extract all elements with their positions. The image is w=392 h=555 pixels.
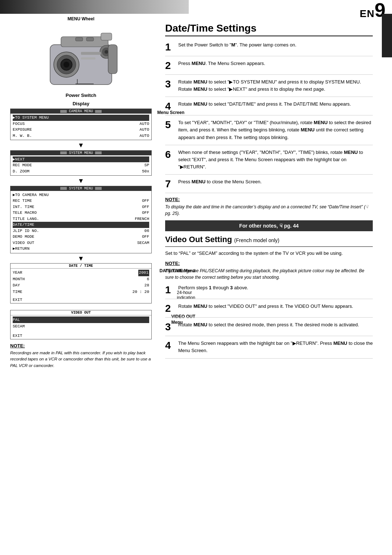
sys2-row-8: VIDEO OUTSECAM bbox=[13, 240, 149, 246]
step-6: 6 When none of these settings ("YEAR", "… bbox=[165, 149, 373, 175]
camera-menu-row-3: M. W. B.AUTO bbox=[13, 133, 149, 139]
camera-menu-box: CAMERA MENU ▶TO SYSTEM MENU FOCUSAUTO EX… bbox=[10, 109, 152, 140]
camera-svg-wrap bbox=[10, 23, 152, 92]
vstep-1: 1 Perform steps 1 through 3 above. bbox=[165, 284, 373, 299]
datetime-box-title: DATE / TIME bbox=[11, 264, 151, 269]
svg-point-4 bbox=[64, 62, 69, 68]
vout-row-pal: PAL bbox=[13, 317, 149, 323]
step-6-text: When none of these settings ("YEAR", "MO… bbox=[178, 149, 373, 171]
videoout-menu-wrapper: VIDEO OUT PAL SECAM EXIT VIDEO OUTMenu bbox=[10, 310, 152, 339]
videoout-menu-box: VIDEO OUT PAL SECAM EXIT bbox=[10, 310, 152, 339]
left-note-section: NOTE: Recordings are made in PAL with th… bbox=[10, 343, 152, 369]
step-2: 2 Press MENU. The Menu Screen appears. bbox=[165, 60, 373, 75]
right-note-box-2: NOTE: If you change the PAL/SECAM settin… bbox=[165, 261, 373, 281]
title-bar-right-3 bbox=[95, 187, 102, 190]
sys2-row-4: TITLE LANG.FRENCH bbox=[13, 216, 149, 222]
step-3-num: 3 bbox=[165, 78, 178, 93]
step-3-text: Rotate MENU to select "▶TO SYSTEM MENU" … bbox=[178, 78, 373, 93]
video-out-subtitle: (French model only) bbox=[234, 237, 279, 243]
section-divider bbox=[165, 246, 373, 247]
step-7: 7 Press MENU to close the Menu Screen. bbox=[165, 178, 373, 193]
system-menu-1-box: SYSTEM MENU ▶NEXT REC MODESP D. ZOOM50x bbox=[10, 150, 152, 176]
right-note-italic-2: If you change the PAL/SECAM setting duri… bbox=[165, 268, 373, 281]
svg-rect-13 bbox=[81, 52, 101, 55]
vstep-4: 4 The Menu Screen reappears with the hig… bbox=[165, 340, 373, 358]
svg-rect-14 bbox=[81, 57, 95, 60]
system-menu-2-title: SYSTEM MENU bbox=[11, 186, 151, 191]
vstep-1-num: 1 bbox=[165, 284, 178, 295]
page-number-badge: EN 9 bbox=[189, 0, 392, 21]
camera-menu-title: CAMERA MENU bbox=[11, 109, 151, 114]
right-column: Date/Time Settings 1 Set the Power Switc… bbox=[165, 23, 379, 362]
en-label: EN bbox=[360, 8, 375, 20]
vstep-4-text: The Menu Screen reappears with the highl… bbox=[178, 340, 373, 354]
step-2-num: 2 bbox=[165, 60, 178, 71]
step-4-num: 4 bbox=[165, 101, 178, 111]
camera-menu-row-2: EXPOSUREAUTO bbox=[13, 127, 149, 133]
left-note-heading: NOTE: bbox=[10, 343, 152, 348]
camera-menu-row-1: FOCUSAUTO bbox=[13, 121, 149, 127]
sys2-row-0: ▶TO CAMERA MENU bbox=[13, 192, 149, 198]
left-note-text: Recordings are made in PAL with this cam… bbox=[10, 350, 152, 369]
step-1-num: 1 bbox=[165, 41, 178, 52]
vstep-2-text: Rotate MENU to select "VIDEO OUT" and pr… bbox=[178, 303, 373, 314]
video-out-desc: Set to “PAL” or “SECAM” according to the… bbox=[165, 250, 373, 257]
system-menu-1-row-2: D. ZOOM50x bbox=[13, 168, 149, 175]
camera-menu-wrapper: CAMERA MENU ▶TO SYSTEM MENU FOCUSAUTO EX… bbox=[10, 109, 152, 140]
header-gradient-bar bbox=[0, 0, 189, 14]
right-note-box: NOTE: To display the date and time in th… bbox=[165, 197, 373, 217]
step-4: 4 Rotate MENU to select "DATE/TIME" and … bbox=[165, 101, 373, 115]
svg-rect-12 bbox=[108, 45, 117, 74]
sys2-row-9: ▶RETURN bbox=[13, 246, 149, 252]
sys2-row-7: DEMO MODEOFF bbox=[13, 234, 149, 240]
datetime-menu-box: DATE / TIME YEAR 2001 MONTH 6 DAY 28 TIM… bbox=[10, 263, 152, 303]
page-title: Date/Time Settings bbox=[165, 23, 373, 36]
vstep-2: 2 Rotate MENU to select "VIDEO OUT" and … bbox=[165, 303, 373, 318]
sys2-row-2: INT. TIMEOFF bbox=[13, 204, 149, 210]
other-notes-bar: For other notes, ☟ pg. 44 bbox=[165, 220, 373, 231]
step-7-text: Press MENU to close the Menu Screen. bbox=[178, 178, 373, 189]
camera-menu-row-0: ▶TO SYSTEM MENU bbox=[13, 115, 149, 121]
system-menu-2-title-text: SYSTEM MENU bbox=[69, 187, 93, 191]
left-column: MENU Wheel bbox=[10, 16, 152, 369]
step-7-num: 7 bbox=[165, 178, 178, 189]
dt-val-year: 2001 bbox=[138, 270, 149, 276]
vstep-1-text: Perform steps 1 through 3 above. bbox=[178, 284, 373, 295]
vstep-2-num: 2 bbox=[165, 303, 178, 314]
step-1-text: Set the Power Switch to "M". The power l… bbox=[178, 41, 373, 52]
vstep-3-num: 3 bbox=[165, 321, 178, 332]
dt-exit: EXIT bbox=[13, 298, 149, 302]
title-bar-left bbox=[60, 110, 67, 113]
step-4-text: Rotate MENU to select "DATE/TIME" and pr… bbox=[178, 101, 373, 111]
dark-side-tab bbox=[382, 14, 392, 57]
dt-row-year: YEAR 2001 bbox=[13, 270, 149, 276]
step-5-text: To set "YEAR", "MONTH", "DAY" or "TIME" … bbox=[178, 119, 373, 141]
title-bar-right bbox=[95, 110, 102, 113]
system-menu-1-row-1: REC MODESP bbox=[13, 162, 149, 168]
dt-row-day: DAY 28 bbox=[13, 282, 149, 289]
step-2-text: Press MENU. The Menu Screen appears. bbox=[178, 60, 373, 71]
svg-rect-10 bbox=[75, 37, 83, 41]
datetime-menu-wrapper: DATE / TIME YEAR 2001 MONTH 6 DAY 28 TIM… bbox=[10, 263, 152, 303]
system-menu-1-title-text: SYSTEM MENU bbox=[69, 151, 93, 155]
system-menu-1-wrapper: SYSTEM MENU ▶NEXT REC MODESP D. ZOOM50x bbox=[10, 150, 152, 176]
video-out-title: Video Out Setting (French model only) bbox=[165, 235, 373, 244]
display-label: Display bbox=[10, 101, 152, 106]
vstep-4-num: 4 bbox=[165, 340, 178, 354]
sys2-row-1: REC TIMEOFF bbox=[13, 198, 149, 204]
title-bar-left-3 bbox=[60, 187, 67, 190]
step-5: 5 To set "YEAR", "MONTH", "DAY" or "TIME… bbox=[165, 119, 373, 145]
system-menu-2-wrapper: SYSTEM MENU ▶TO CAMERA MENU REC TIMEOFF … bbox=[10, 186, 152, 253]
camera-illustration-icon bbox=[39, 23, 123, 92]
system-menu-1-title: SYSTEM MENU bbox=[11, 151, 151, 155]
right-note-italic: To display the date and time in the camc… bbox=[165, 204, 373, 217]
step-5-num: 5 bbox=[165, 119, 178, 141]
svg-point-9 bbox=[105, 50, 108, 54]
sys2-row-5: DATE/TIME bbox=[13, 222, 149, 228]
vout-exit: EXIT bbox=[13, 334, 149, 338]
arrow-down-1: ▼ bbox=[10, 142, 152, 150]
sys2-row-3: TELE MACROOFF bbox=[13, 210, 149, 216]
system-menu-2-box: SYSTEM MENU ▶TO CAMERA MENU REC TIMEOFF … bbox=[10, 186, 152, 253]
vstep-3: 3 Rotate MENU to select the desired mode… bbox=[165, 321, 373, 336]
step-1: 1 Set the Power Switch to "M". The power… bbox=[165, 41, 373, 56]
